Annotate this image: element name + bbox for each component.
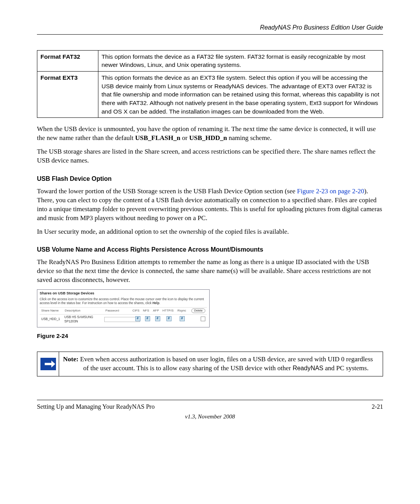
paragraph-shares: The USB storage shares are listed in the… — [37, 147, 383, 165]
arrow-icon — [40, 358, 56, 370]
note-text: Note: Even when access authorization is … — [59, 352, 383, 376]
text: or — [180, 134, 189, 142]
text: naming scheme. — [227, 134, 272, 142]
access-icon[interactable] — [155, 316, 160, 321]
paragraph-unmount: When the USB device is unmounted, you ha… — [37, 125, 383, 143]
access-icon[interactable] — [145, 316, 150, 321]
footer: Setting Up and Managing Your ReadyNAS Pr… — [37, 400, 383, 411]
table-row: Format FAT32 This option formats the dev… — [37, 50, 383, 71]
format-label: Format FAT32 — [37, 50, 98, 71]
product-name: ReadyNAS — [292, 365, 323, 371]
format-table: Format FAT32 This option formats the dev… — [37, 50, 383, 118]
note-icon-cell — [37, 352, 59, 376]
delete-checkbox[interactable] — [201, 317, 205, 321]
shares-title: Shares on USB Storage Devices — [40, 291, 207, 296]
cell-description: USB HS SAMSUNG SP1203N — [63, 315, 103, 325]
doc-header: ReadyNAS Pro Business Edition User Guide — [37, 23, 383, 35]
format-desc: This option formats the device as an EXT… — [98, 71, 383, 117]
note-box: Note: Even when access authorization is … — [37, 352, 383, 376]
col-afp: AFP — [151, 308, 161, 314]
shares-screenshot: Shares on USB Storage Devices Click on t… — [37, 289, 210, 327]
col-delete: Delete — [189, 308, 207, 314]
text: and PC systems. — [324, 364, 369, 372]
figure-caption: Figure 2-24 — [37, 332, 383, 340]
paragraph-flash-2: In User security mode, an additional opt… — [37, 228, 383, 236]
bold-term: USB_FLASH_n — [135, 134, 180, 142]
heading-persistence: USB Volume Name and Access Rights Persis… — [37, 245, 383, 254]
col-password: Password — [104, 308, 131, 314]
figure-link[interactable]: Figure 2-23 on page 2-20 — [297, 187, 364, 195]
access-icon[interactable] — [166, 316, 172, 321]
footer-version: v1.3, November 2008 — [37, 413, 383, 420]
text: Toward the lower portion of the USB Stor… — [37, 187, 297, 195]
delete-button[interactable]: Delete — [191, 308, 205, 313]
footer-page: 2-21 — [372, 402, 383, 411]
shares-instruction: Click on the access icon to customize th… — [40, 298, 207, 306]
format-label: Format EXT3 — [37, 71, 98, 117]
col-cifs: CIFS — [131, 308, 141, 314]
format-desc: This option formats the device as a FAT3… — [98, 50, 383, 71]
col-rsync: Rsync — [175, 308, 188, 314]
note-label: Note: — [63, 355, 79, 363]
bold-term: USB_HDD_n — [189, 134, 227, 142]
text: Click on the access icon to customize th… — [40, 298, 204, 305]
table-row: Format EXT3 This option formats the devi… — [37, 71, 383, 117]
col-https: HTTP/S — [161, 308, 175, 314]
col-sharename: Share Name — [40, 308, 63, 314]
footer-left: Setting Up and Managing Your ReadyNAS Pr… — [37, 402, 155, 411]
access-icon[interactable] — [180, 316, 185, 321]
cell-password — [103, 316, 133, 323]
paragraph-persistence: The ReadyNAS Pro Business Edition attemp… — [37, 258, 383, 285]
heading-flash-option: USB Flash Device Option — [37, 175, 383, 183]
paragraph-flash-1: Toward the lower portion of the USB Stor… — [37, 187, 383, 223]
shares-data-row: USB_HDD_1 USB HS SAMSUNG SP1203N — [40, 315, 207, 325]
col-nfs: NFS — [141, 308, 151, 314]
help-link-text: Help — [152, 301, 159, 305]
access-icon[interactable] — [135, 316, 140, 321]
text: . — [159, 301, 160, 305]
col-description: Description — [63, 308, 104, 314]
cell-sharename: USB_HDD_1 — [40, 317, 63, 323]
